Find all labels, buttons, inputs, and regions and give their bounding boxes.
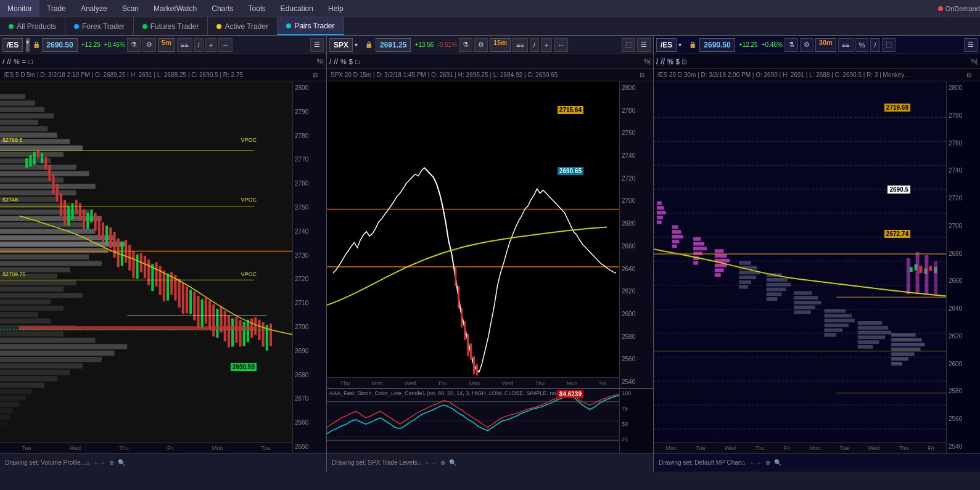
chart3-pen[interactable]: / bbox=[656, 57, 658, 66]
chart1-toolbar: /ES ▾ 🔒 2690.50 +12.25 +0.46% ⚗ ⚙ 5m ≡≡ … bbox=[0, 36, 326, 54]
chart2-dbl-pen[interactable]: // bbox=[334, 57, 338, 66]
chart2-flask[interactable]: ⚗ bbox=[459, 38, 472, 52]
chart1-pencil[interactable]: / bbox=[194, 38, 204, 52]
svg-rect-174 bbox=[715, 254, 727, 258]
chart1-timeframe[interactable]: 5m bbox=[158, 38, 175, 52]
menu-trade[interactable]: Trade bbox=[39, 0, 73, 17]
chart2-menu[interactable]: ☰ bbox=[637, 38, 651, 52]
menu-education[interactable]: Education bbox=[273, 0, 321, 17]
chart2-nav-arrows[interactable]: ←→ bbox=[424, 459, 437, 466]
chart3-rect[interactable]: □ bbox=[682, 58, 686, 65]
chart1-main[interactable]: $2769.5 $2748 $2709.75 VPOC VPOC VPOC 26… bbox=[0, 81, 292, 453]
svg-rect-23 bbox=[0, 235, 114, 240]
chart1-equal[interactable]: = bbox=[22, 58, 26, 65]
chart3-nav[interactable]: ⌂ ←→ ⊕ 🔍 bbox=[742, 459, 781, 466]
chart2-timeframe[interactable]: 15m bbox=[490, 38, 511, 52]
chart3-menu[interactable]: ☰ bbox=[964, 38, 978, 52]
chart1-pct[interactable]: % bbox=[14, 58, 20, 65]
svg-rect-188 bbox=[767, 288, 786, 292]
chart1-measure[interactable]: ↔ bbox=[218, 38, 233, 52]
chart3-pencil[interactable]: / bbox=[870, 38, 879, 52]
chart1-nav-home[interactable]: ⌂ bbox=[86, 459, 89, 466]
chart2-nav-home[interactable]: ⌂ bbox=[417, 459, 421, 466]
menu-charts[interactable]: Charts bbox=[204, 0, 241, 17]
chart1-collapse[interactable]: ⊟ bbox=[313, 71, 318, 78]
chart1-rect[interactable]: □ bbox=[28, 58, 33, 65]
chart-panel-2: SPX ▾ 🔒 2691.25 +13.56 -0.51% ⚗ ⚙ 15m ≡≡… bbox=[327, 36, 654, 472]
chart2-pct[interactable]: % bbox=[340, 58, 347, 65]
menu-tools[interactable]: Tools bbox=[241, 0, 273, 17]
chart2-nav[interactable]: ⌂ ←→ ⊕ 🔍 bbox=[417, 459, 456, 466]
chart3-nav-crosshair[interactable]: ⊕ bbox=[765, 459, 770, 466]
chart3-collapse[interactable]: ⊟ bbox=[966, 71, 971, 78]
chart3-nav-arrows[interactable]: ←→ bbox=[749, 459, 762, 466]
chart1-nav-zoom[interactable]: 🔍 bbox=[118, 459, 125, 466]
chart3-dbl-pen[interactable]: // bbox=[661, 57, 665, 66]
chart2-dropdown[interactable]: ▾ bbox=[355, 41, 362, 48]
svg-rect-187 bbox=[767, 283, 791, 287]
chart1-flask[interactable]: ⚗ bbox=[127, 38, 141, 52]
chart1-nav-left[interactable]: ←→ bbox=[93, 459, 105, 466]
chart1-dropdown[interactable]: ▾ bbox=[26, 38, 30, 52]
svg-rect-159 bbox=[657, 211, 666, 214]
chart2-bars[interactable]: ≡≡ bbox=[513, 38, 528, 52]
chart3-symbol[interactable]: /ES bbox=[656, 38, 677, 52]
chart1-price-2748: $2748 bbox=[2, 197, 18, 203]
chart1-symbol[interactable]: /ES bbox=[2, 38, 23, 52]
ondemand-button[interactable]: OnDemand bbox=[938, 5, 980, 12]
chart2-pencil[interactable]: / bbox=[530, 38, 539, 52]
chart3-price-2719: 2719.69 bbox=[884, 104, 910, 112]
chart2-measure[interactable]: ↔ bbox=[554, 38, 568, 52]
tab-futures[interactable]: Futures Trader bbox=[134, 17, 208, 35]
chart2-settings[interactable]: ⚙ bbox=[474, 38, 488, 52]
svg-rect-26 bbox=[0, 255, 89, 259]
svg-rect-13 bbox=[0, 171, 89, 176]
chart2-crosshair[interactable]: + bbox=[541, 38, 552, 52]
chart3-nav-zoom[interactable]: 🔍 bbox=[774, 459, 781, 466]
svg-rect-172 bbox=[693, 261, 698, 265]
svg-rect-191 bbox=[794, 291, 812, 295]
chart1-bars[interactable]: ≡≡ bbox=[177, 38, 192, 52]
chart3-settings[interactable]: ⚙ bbox=[800, 38, 813, 52]
tab-all-products[interactable]: All Products bbox=[0, 17, 65, 35]
chart2-collapse[interactable]: ⊟ bbox=[640, 71, 644, 78]
svg-rect-35 bbox=[0, 312, 38, 317]
chart2-content-wrap: 2715.64 2690.65 Thu Mon Wed Thu Mon Wed … bbox=[327, 81, 653, 453]
chart3-pct[interactable]: % bbox=[855, 38, 869, 52]
chart2-nav-crosshair[interactable]: ⊕ bbox=[440, 459, 445, 466]
tab-forex[interactable]: Forex Trader bbox=[65, 17, 134, 35]
chart2-nav-zoom[interactable]: 🔍 bbox=[449, 459, 456, 466]
menu-monitor[interactable]: Monitor bbox=[0, 0, 39, 17]
chart1-pen[interactable]: / bbox=[2, 57, 4, 66]
svg-rect-142 bbox=[654, 81, 946, 453]
chart3-main[interactable]: 2719.69 2690.5 2672.74 Mon Tue Wed Thu F… bbox=[654, 81, 946, 453]
chart1-settings[interactable]: ⚙ bbox=[142, 38, 156, 52]
chart3-flask[interactable]: ⚗ bbox=[784, 38, 798, 52]
tab-label-all: All Products bbox=[17, 22, 56, 31]
chart2-rect[interactable]: □ bbox=[355, 58, 360, 65]
chart1-nav-crosshair[interactable]: ⊕ bbox=[109, 459, 114, 466]
chart2-dollar[interactable]: $ bbox=[349, 58, 353, 65]
menu-help[interactable]: Help bbox=[321, 0, 351, 17]
chart3-nav-home[interactable]: ⌂ bbox=[742, 459, 746, 466]
chart3-dropdown[interactable]: ▾ bbox=[678, 41, 686, 48]
chart1-nav[interactable]: ⌂ ←→ ⊕ 🔍 bbox=[86, 459, 125, 466]
chart3-bars[interactable]: ≡≡ bbox=[838, 38, 854, 52]
chart3-expand2[interactable]: ⬚ bbox=[882, 38, 896, 52]
chart3-timeframe[interactable]: 30m bbox=[815, 38, 836, 52]
tab-pairs[interactable]: Pairs Trader bbox=[278, 17, 344, 35]
chart1-dbl-pen[interactable]: // bbox=[7, 57, 11, 66]
chart2-changepct: -0.51% bbox=[437, 41, 457, 48]
chart2-pen[interactable]: / bbox=[329, 57, 331, 66]
menu-scan[interactable]: Scan bbox=[115, 0, 146, 17]
chart3-pct2[interactable]: % bbox=[667, 58, 673, 65]
chart3-dollar[interactable]: $ bbox=[676, 58, 680, 65]
tab-active[interactable]: Active Trader bbox=[208, 17, 278, 35]
menu-analyze[interactable]: Analyze bbox=[73, 0, 115, 17]
chart2-symbol[interactable]: SPX bbox=[329, 38, 353, 52]
menu-marketwatch[interactable]: MarketWatch bbox=[146, 0, 204, 17]
chart2-main[interactable]: 2715.64 2690.65 Thu Mon Wed Thu Mon Wed … bbox=[327, 81, 619, 388]
chart1-crosshair[interactable]: + bbox=[205, 38, 216, 52]
chart1-menu[interactable]: ☰ bbox=[310, 38, 324, 52]
chart2-expand[interactable]: ⬚ bbox=[622, 38, 635, 52]
